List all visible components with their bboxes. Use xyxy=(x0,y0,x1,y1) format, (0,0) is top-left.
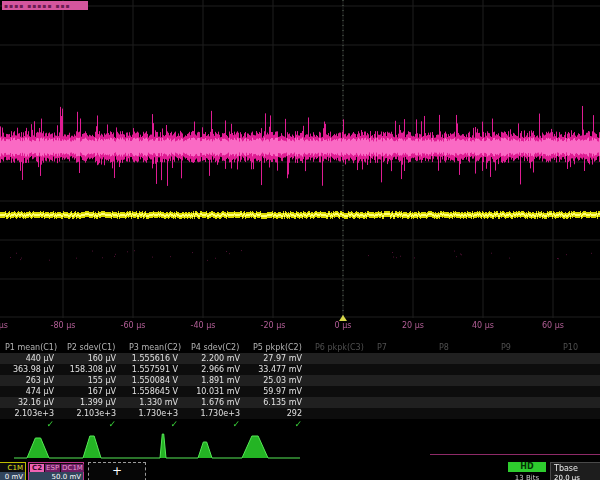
oscilloscope-screen: ▪▪▪▪ ▪▪▪▪▪ ▪▪▪ -100 µs-80 µs-60 µs-40 µs… xyxy=(0,0,600,480)
measurement-value: 2.200 mV xyxy=(186,353,248,364)
measurement-value: 33.477 mV xyxy=(248,364,310,375)
time-tick-label-4: -20 µs xyxy=(261,321,286,330)
measurement-value: 6.135 mV xyxy=(248,397,310,408)
c1-descriptor-box[interactable]: C1M 0 mV xyxy=(0,462,26,480)
measurement-value: 440 µV xyxy=(0,353,62,364)
measurement-value: 474 µV xyxy=(0,386,62,397)
measurement-header-9[interactable]: P9 xyxy=(496,342,558,353)
measurement-header-5[interactable]: P5 pkpk(C2) xyxy=(248,342,310,353)
measurement-value: 1.555616 V xyxy=(124,353,186,364)
measurement-value: 263 µV xyxy=(0,375,62,386)
hd-mode-badge[interactable]: HD xyxy=(508,462,546,472)
waveform-grid-area[interactable]: ▪▪▪▪ ▪▪▪▪▪ ▪▪▪ xyxy=(0,0,600,318)
measurement-value: 155 µV xyxy=(62,375,124,386)
measurement-status-check-icon: ✓ xyxy=(62,419,124,430)
waveform-traces xyxy=(0,0,600,318)
time-tick-label-8: 60 µs xyxy=(542,321,564,330)
time-axis: -100 µs-80 µs-60 µs-40 µs-20 µs0 µs20 µs… xyxy=(0,318,600,334)
measurement-value: 27.97 mV xyxy=(248,353,310,364)
measurement-value: 1.558645 V xyxy=(124,386,186,397)
measurement-value: 1.550084 V xyxy=(124,375,186,386)
measurement-status-check-icon: ✓ xyxy=(0,419,62,430)
measurement-value: 1.330 mV xyxy=(124,397,186,408)
measurement-header-8[interactable]: P8 xyxy=(434,342,496,353)
measurement-header-6[interactable]: P6 pkpk(C3) xyxy=(310,342,372,353)
measurement-table: P1 mean(C1)P2 sdev(C1)P3 mean(C2)P4 sdev… xyxy=(0,342,600,430)
timebase-descriptor-box[interactable]: Tbase 20.0 µs xyxy=(550,462,600,480)
c1-coupling-label: C1M xyxy=(0,463,25,472)
hd-bits-label: 13 Bits xyxy=(508,474,546,480)
measurement-value: 59.97 mV xyxy=(248,386,310,397)
c2-scale-value: 50.0 mV xyxy=(29,472,83,480)
measurement-row-5: 32.16 µV1.399 µV1.330 mV1.676 mV6.135 mV xyxy=(0,397,600,408)
measurement-value: 167 µV xyxy=(62,386,124,397)
measurement-value: 1.891 mV xyxy=(186,375,248,386)
c2-esp-badge: ESP xyxy=(45,464,60,472)
measurement-row-4: 474 µV167 µV1.558645 V10.031 mV59.97 mV xyxy=(0,386,600,397)
time-tick-label-0: -100 µs xyxy=(0,321,8,330)
measurement-value: 1.676 mV xyxy=(186,397,248,408)
measurement-histicons xyxy=(0,430,600,462)
measurement-status-check-icon: ✓ xyxy=(248,419,310,430)
time-tick-label-1: -80 µs xyxy=(51,321,76,330)
measurement-value: 160 µV xyxy=(62,353,124,364)
measurement-row-1: 440 µV160 µV1.555616 V2.200 mV27.97 mV xyxy=(0,353,600,364)
measurement-status-check-icon: ✓ xyxy=(186,419,248,430)
c2-channel-label: C2 xyxy=(30,464,44,472)
measurement-value: 2.103e+3 xyxy=(0,408,62,419)
measurement-header-7[interactable]: P7 xyxy=(372,342,434,353)
measurement-header-4[interactable]: P4 sdev(C2) xyxy=(186,342,248,353)
measurement-row-6: 2.103e+32.103e+31.730e+31.730e+3292 xyxy=(0,408,600,419)
measurement-row-3: 263 µV155 µV1.550084 V1.891 mV25.03 mV xyxy=(0,375,600,386)
time-tick-label-2: -60 µs xyxy=(121,321,146,330)
c2-coupling-badge: DC1M xyxy=(61,464,84,472)
measurement-row-2: 363.98 µV158.308 µV1.557591 V2.966 mV33.… xyxy=(0,364,600,375)
descriptor-bar: C1M 0 mV C2 ESP DC1M 50.0 mV + HD 13 Bit… xyxy=(0,462,600,480)
timebase-scale-value: 20.0 µs xyxy=(551,473,600,480)
separator-line xyxy=(430,454,600,455)
time-tick-label-3: -40 µs xyxy=(191,321,216,330)
measurement-value: 25.03 mV xyxy=(248,375,310,386)
c2-descriptor-box[interactable]: C2 ESP DC1M 50.0 mV xyxy=(28,462,84,480)
measurement-value: 363.98 µV xyxy=(0,364,62,375)
measurement-value: 10.031 mV xyxy=(186,386,248,397)
measurement-value: 292 xyxy=(248,408,310,419)
add-trace-button[interactable]: + xyxy=(88,462,146,480)
measurement-value: 2.103e+3 xyxy=(62,408,124,419)
measurement-value: 1.730e+3 xyxy=(124,408,186,419)
measurement-header-10[interactable]: P10 xyxy=(558,342,600,353)
measurement-status-check-icon: ✓ xyxy=(124,419,186,430)
time-tick-label-6: 20 µs xyxy=(402,321,424,330)
measurement-header-2[interactable]: P2 sdev(C1) xyxy=(62,342,124,353)
timebase-label: Tbase xyxy=(551,463,600,473)
measurement-value: 2.966 mV xyxy=(186,364,248,375)
c1-scale-value: 0 mV xyxy=(0,472,25,480)
measurement-value: 32.16 µV xyxy=(0,397,62,408)
measurement-header-3[interactable]: P3 mean(C2) xyxy=(124,342,186,353)
measurement-value: 158.308 µV xyxy=(62,364,124,375)
measurement-value: 1.730e+3 xyxy=(186,408,248,419)
time-tick-label-5: 0 µs xyxy=(335,321,352,330)
trace-annotation-badge[interactable]: ▪▪▪▪ ▪▪▪▪▪ ▪▪▪ xyxy=(2,1,88,10)
measurement-value: 1.557591 V xyxy=(124,364,186,375)
time-tick-label-7: 40 µs xyxy=(472,321,494,330)
measurement-header-1[interactable]: P1 mean(C1) xyxy=(0,342,62,353)
measurement-value: 1.399 µV xyxy=(62,397,124,408)
